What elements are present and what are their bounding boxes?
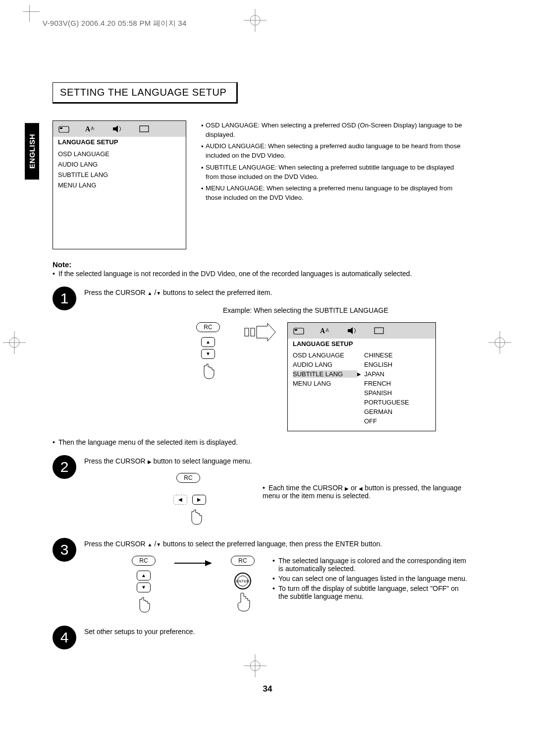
menu-value: PORTUGUESE: [364, 399, 409, 406]
step-number: 3: [53, 538, 76, 562]
step-text: Press the CURSOR: [84, 289, 148, 296]
crop-mark: [23, 5, 30, 22]
step-number: 1: [53, 287, 76, 310]
cursor-left-key-ghost: ◀: [173, 495, 187, 505]
svg-text:A: A: [320, 327, 325, 335]
definition-label: AUDIO LANGUAGE:: [206, 142, 266, 150]
step-text: Press the CURSOR: [84, 457, 148, 465]
step-text: buttons to select the preferred language…: [161, 540, 382, 548]
arrow-right-icon: [173, 556, 213, 572]
step3-bullets: •The selected language is colored and th…: [263, 556, 469, 601]
tab-general-icon: [293, 326, 306, 335]
svg-rect-21: [295, 329, 297, 331]
step-text: buttons to select the preferred item.: [161, 289, 272, 296]
step-3: 3 Press the CURSOR ▲ /▼ buttons to selec…: [53, 538, 469, 617]
osd-menu-items: OSD LANGUAGE AUDIO LANG SUBTITLE LANG ME…: [53, 147, 186, 195]
menu-item: AUDIO LANG: [293, 361, 357, 368]
cursor-up-key: ▲: [137, 571, 151, 581]
hand-pointer-icon: [234, 591, 252, 615]
menu-value: ENGLISH: [364, 361, 392, 368]
example-label: Example: When selecting the SUBTITLE LAN…: [84, 306, 469, 314]
menu-value: FRENCH: [364, 380, 391, 387]
registration-mark-icon: [244, 9, 267, 32]
menu-value: CHINESE: [364, 351, 393, 359]
step2-side-text: or: [349, 484, 359, 492]
remote-illustration: RC ▲ ▼: [124, 556, 163, 617]
svg-rect-20: [294, 328, 304, 334]
registration-mark-icon: [3, 331, 26, 354]
right-arrow-icon: ▶: [148, 459, 152, 465]
tab-audio-icon: [111, 124, 124, 133]
page-number: 34: [263, 684, 272, 694]
up-arrow-icon: ▲: [148, 542, 153, 547]
note-body: If the selected language is not recorded…: [58, 270, 412, 278]
tab-language-icon: Aあ: [320, 326, 332, 335]
step-number: 4: [53, 626, 76, 649]
tab-audio-icon: [346, 326, 359, 335]
rc-label: RC: [231, 556, 254, 566]
svg-text:A: A: [85, 125, 91, 133]
registration-mark-icon: [244, 654, 267, 677]
section-title: SETTING THE LANGUAGE SETUP: [53, 82, 238, 104]
svg-rect-19: [251, 328, 255, 336]
osd-menu-heading: LANGUAGE SETUP: [53, 137, 186, 147]
svg-rect-25: [374, 328, 383, 334]
definition-label: SUBTITLE LANGUAGE:: [206, 164, 277, 171]
language-tab: ENGLISH: [25, 123, 39, 179]
remote-illustration: RC ▲ ▼: [183, 322, 233, 383]
step-1: 1 Press the CURSOR ▲ /▼ buttons to selec…: [53, 287, 469, 431]
print-header: V-903V(G) 2006.4.20 05:58 PM 페이지 34: [43, 19, 187, 28]
tab-video-icon: [138, 124, 151, 133]
osd-menu-example: Aあ LANGUAGE SETUP OSD LANGUAGECHINESE AU…: [287, 322, 436, 431]
osd-menu-preview: Aあ LANGUAGE SETUP OSD LANGUAGE AUDIO LAN…: [53, 120, 186, 249]
menu-value: OFF: [364, 417, 377, 425]
down-arrow-icon: ▼: [156, 542, 161, 547]
tab-video-icon: [373, 326, 386, 335]
list-item: SUBTITLE LANG: [58, 170, 181, 180]
list-item: AUDIO LANG: [58, 159, 181, 170]
svg-text:あ: あ: [91, 126, 95, 130]
tab-general-icon: [58, 124, 71, 133]
cursor-right-key: ▶: [192, 495, 206, 505]
pointer-right-icon: ▶: [357, 371, 364, 377]
osd-menu-heading: LANGUAGE SETUP: [288, 339, 435, 349]
post-step1-text: Then the language menu of the selected i…: [58, 438, 238, 446]
hand-pointer-icon: [187, 508, 205, 529]
cursor-up-key: ▲: [201, 337, 215, 347]
menu-value: JAPAN: [364, 370, 384, 378]
content-area: SETTING THE LANGUAGE SETUP ENGLISH Aあ LA…: [53, 82, 469, 649]
menu-item-selected: SUBTITLE LANG: [293, 370, 357, 378]
definition-label: OSD LANGUAGE:: [206, 121, 260, 129]
hand-pointer-icon: [135, 595, 153, 617]
step-text: button to select language menu.: [152, 457, 252, 465]
step-2: 2 Press the CURSOR ▶ button to select la…: [53, 455, 469, 529]
rc-label: RC: [196, 322, 219, 332]
step-number: 2: [53, 455, 76, 479]
svg-rect-18: [245, 328, 249, 336]
svg-text:あ: あ: [325, 328, 329, 332]
svg-rect-17: [140, 126, 149, 132]
definitions-list: •OSD LANGUAGE: When selecting a preferre…: [201, 120, 469, 249]
down-arrow-icon: ▼: [156, 291, 161, 296]
svg-marker-27: [205, 560, 212, 566]
list-item: OSD LANGUAGE: [58, 149, 181, 159]
menu-value: SPANISH: [364, 389, 392, 397]
step-text: Press the CURSOR: [84, 540, 148, 548]
up-arrow-icon: ▲: [148, 291, 153, 296]
menu-item: OSD LANGUAGE: [293, 351, 357, 359]
bullet-text: You can select one of languages listed i…: [278, 575, 467, 582]
hand-pointer-icon: [199, 362, 217, 383]
svg-marker-16: [113, 125, 118, 132]
enter-key: ENTER: [234, 573, 251, 589]
rc-label: RC: [132, 556, 155, 566]
cursor-down-key: ▼: [137, 582, 151, 592]
rc-label: RC: [176, 473, 200, 483]
step-4: 4 Set other setups to your preference.: [53, 626, 469, 649]
registration-mark-icon: [488, 331, 511, 354]
menu-item: MENU LANG: [293, 380, 357, 387]
tab-language-icon: Aあ: [85, 124, 98, 133]
list-item: MENU LANG: [58, 180, 181, 190]
svg-rect-12: [59, 126, 69, 132]
osd-menu-tabs: Aあ: [53, 121, 186, 137]
right-arrow-icon: ▶: [345, 486, 349, 491]
